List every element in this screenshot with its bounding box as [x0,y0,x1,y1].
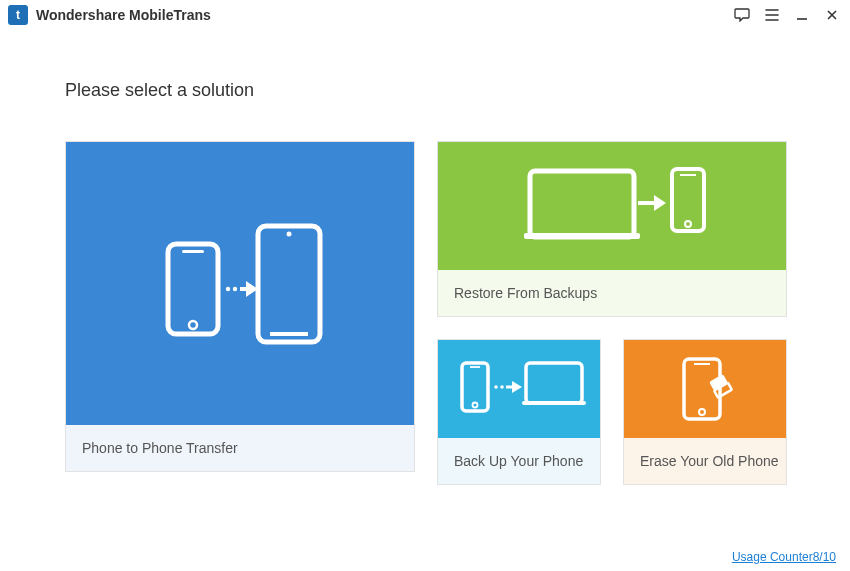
svg-point-18 [473,403,478,408]
feedback-button[interactable] [732,5,752,25]
restore-icon [438,142,786,270]
card-label: Restore From Backups [438,270,786,316]
svg-point-6 [226,286,230,290]
minimize-button[interactable] [792,5,812,25]
svg-rect-23 [526,363,582,403]
svg-rect-17 [462,363,488,411]
svg-rect-1 [182,250,204,253]
card-restore-from-backups[interactable]: Restore From Backups [437,141,787,317]
svg-rect-10 [524,233,640,239]
solution-grid: Phone to Phone Transfer [65,141,785,485]
backup-icon [438,340,600,438]
svg-point-12 [643,201,647,205]
svg-rect-24 [522,401,586,405]
card-back-up-phone[interactable]: Back Up Your Phone [437,339,601,485]
footer: Usage Counter8/10 [732,547,836,565]
app-title: Wondershare MobileTrans [36,7,211,23]
svg-point-21 [500,385,504,389]
card-erase-old-phone[interactable]: Erase Your Old Phone [623,339,787,485]
menu-button[interactable] [762,5,782,25]
svg-point-4 [287,231,292,236]
svg-point-7 [233,286,237,290]
svg-point-15 [685,221,691,227]
card-label: Back Up Your Phone [438,438,600,484]
usage-counter-link[interactable]: Usage Counter8/10 [732,550,836,564]
svg-point-13 [650,201,654,205]
phone-to-phone-icon [66,142,414,425]
svg-point-27 [699,409,705,415]
svg-rect-9 [530,171,634,237]
main-content: Please select a solution [0,30,850,485]
app-logo-letter: t [16,9,20,21]
window-controls [732,5,842,25]
titlebar: t Wondershare MobileTrans [0,0,850,30]
card-label: Phone to Phone Transfer [66,425,414,471]
svg-point-2 [189,321,197,329]
svg-point-20 [494,385,498,389]
card-label: Erase Your Old Phone [624,438,786,484]
card-phone-to-phone[interactable]: Phone to Phone Transfer [65,141,415,472]
svg-rect-3 [258,226,320,342]
page-heading: Please select a solution [65,80,785,101]
erase-icon [624,340,786,438]
app-logo: t [8,5,28,25]
close-button[interactable] [822,5,842,25]
